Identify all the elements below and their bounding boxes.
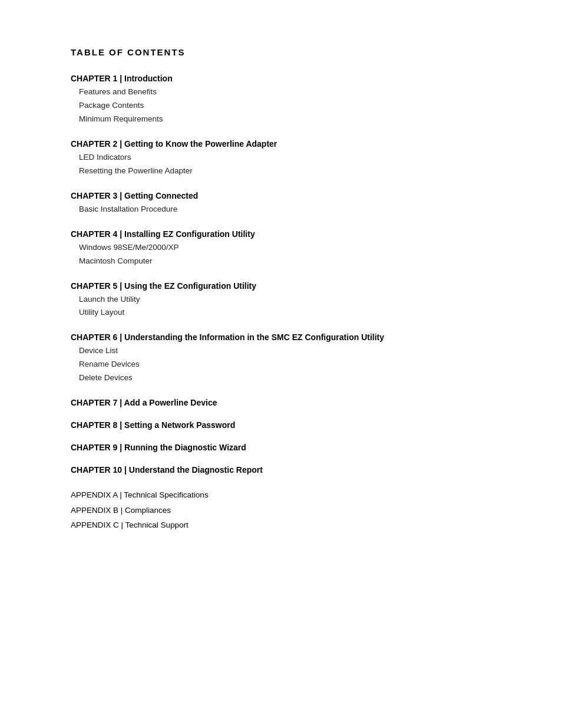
- chapter-sub-4: Windows 98SE/Me/2000/XPMacintosh Compute…: [71, 241, 491, 268]
- sub-item: Rename Devices: [79, 358, 491, 371]
- chapter-heading-1: CHAPTER 1 | Introduction: [71, 74, 491, 83]
- sub-item: Resetting the Powerline Adapter: [79, 164, 491, 178]
- chapter-block-6: CHAPTER 6 | Understanding the Informatio…: [71, 332, 491, 385]
- sub-item: Package Contents: [79, 99, 491, 113]
- appendix-item-2: APPENDIX B | Compliances: [71, 503, 491, 518]
- chapter-heading-3: CHAPTER 3 | Getting Connected: [71, 191, 491, 200]
- page-container: TABLE OF CONTENTS CHAPTER 1 | Introducti…: [0, 0, 562, 580]
- chapter-heading-7: CHAPTER 7 | Add a Powerline Device: [71, 398, 491, 407]
- chapter-sub-2: LED IndicatorsResetting the Powerline Ad…: [71, 151, 491, 178]
- sub-item: Delete Devices: [79, 371, 491, 385]
- chapter-block-1: CHAPTER 1 | IntroductionFeatures and Ben…: [71, 74, 491, 126]
- chapter-sub-3: Basic Installation Procedure: [71, 203, 491, 216]
- appendices-container: APPENDIX A | Technical SpecificationsAPP…: [71, 487, 491, 533]
- chapter-heading-6: CHAPTER 6 | Understanding the Informatio…: [71, 332, 491, 342]
- sub-item: Features and Benefits: [79, 85, 491, 99]
- toc-title: TABLE OF CONTENTS: [71, 47, 491, 57]
- chapters-container: CHAPTER 1 | IntroductionFeatures and Ben…: [71, 74, 491, 475]
- chapter-heading-9: CHAPTER 9 | Running the Diagnostic Wizar…: [71, 443, 491, 452]
- sub-item: LED Indicators: [79, 151, 491, 164]
- sub-item: Launch the Utility: [79, 293, 491, 307]
- chapter-sub-6: Device ListRename DevicesDelete Devices: [71, 344, 491, 385]
- chapter-block-4: CHAPTER 4 | Installing EZ Configuration …: [71, 229, 491, 268]
- chapter-heading-4: CHAPTER 4 | Installing EZ Configuration …: [71, 229, 491, 239]
- appendix-item-1: APPENDIX A | Technical Specifications: [71, 487, 491, 503]
- chapter-heading-2: CHAPTER 2 | Getting to Know the Powerlin…: [71, 139, 491, 149]
- chapter-block-9: CHAPTER 9 | Running the Diagnostic Wizar…: [71, 443, 491, 452]
- appendix-item-3: APPENDIX C | Technical Support: [71, 518, 491, 533]
- sub-item: Windows 98SE/Me/2000/XP: [79, 241, 491, 255]
- chapter-sub-1: Features and BenefitsPackage ContentsMin…: [71, 85, 491, 126]
- sub-item: Macintosh Computer: [79, 255, 491, 268]
- chapter-heading-10: CHAPTER 10 | Understand the Diagnostic R…: [71, 465, 491, 475]
- chapter-block-5: CHAPTER 5 | Using the EZ Configuration U…: [71, 281, 491, 320]
- chapter-block-8: CHAPTER 8 | Setting a Network Password: [71, 420, 491, 430]
- chapter-block-2: CHAPTER 2 | Getting to Know the Powerlin…: [71, 139, 491, 178]
- chapter-block-10: CHAPTER 10 | Understand the Diagnostic R…: [71, 465, 491, 475]
- chapter-block-7: CHAPTER 7 | Add a Powerline Device: [71, 398, 491, 407]
- sub-item: Utility Layout: [79, 306, 491, 319]
- chapter-block-3: CHAPTER 3 | Getting ConnectedBasic Insta…: [71, 191, 491, 216]
- sub-item: Minimum Requirements: [79, 113, 491, 126]
- chapter-heading-8: CHAPTER 8 | Setting a Network Password: [71, 420, 491, 430]
- sub-item: Basic Installation Procedure: [79, 203, 491, 216]
- chapter-sub-5: Launch the UtilityUtility Layout: [71, 293, 491, 320]
- sub-item: Device List: [79, 344, 491, 358]
- chapter-heading-5: CHAPTER 5 | Using the EZ Configuration U…: [71, 281, 491, 291]
